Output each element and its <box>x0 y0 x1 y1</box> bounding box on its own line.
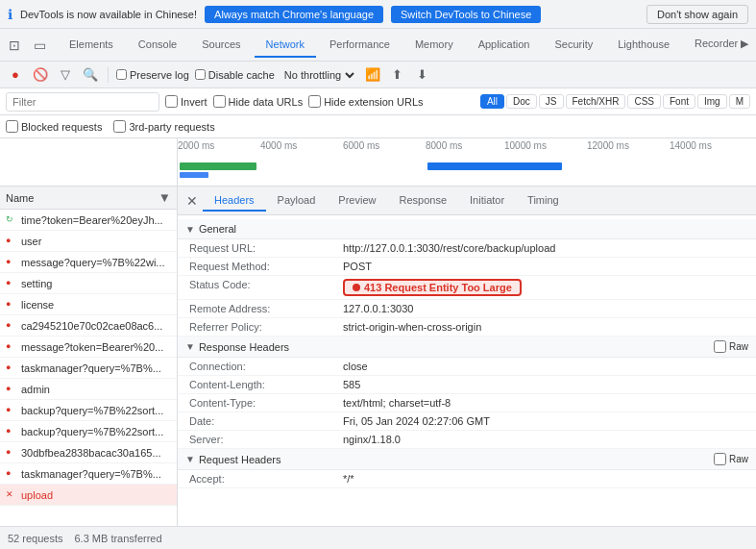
list-item[interactable]: ● user <box>0 231 177 252</box>
tab-sources[interactable]: Sources <box>190 33 252 58</box>
request-headers-title: Request Headers <box>199 454 281 465</box>
dont-show-again-button[interactable]: Don't show again <box>646 5 748 24</box>
tab-security[interactable]: Security <box>543 33 604 58</box>
list-item[interactable]: ● admin <box>0 379 177 400</box>
general-section-header[interactable]: ▼ General <box>178 219 756 239</box>
type-filter-buttons: All Doc JS Fetch/XHR CSS Font Img M <box>480 94 750 109</box>
invert-checkbox[interactable] <box>165 95 178 108</box>
type-more-button[interactable]: M <box>729 94 750 109</box>
list-item[interactable]: ● 30dbfbea2838bacac30a165... <box>0 442 177 463</box>
detail-panel: ✕ Headers Payload Preview Response Initi… <box>178 187 756 526</box>
raw-label-response[interactable]: Raw <box>714 340 748 353</box>
timeline-label-1: 2000 ms <box>178 140 214 151</box>
throttle-select[interactable]: No throttling <box>280 68 357 82</box>
content-type-row: Content-Type: text/html; charset=utf-8 <box>178 394 756 412</box>
invert-label[interactable]: Invert <box>165 95 207 108</box>
preserve-log-label[interactable]: Preserve log <box>116 69 189 81</box>
list-item[interactable]: ● backup?query=%7B%22sort... <box>0 421 177 442</box>
list-item[interactable]: ● license <box>0 294 177 315</box>
type-doc-button[interactable]: Doc <box>506 94 537 109</box>
status-error-badge: 413 Request Entity Too Large <box>343 279 522 296</box>
type-all-button[interactable]: All <box>480 94 504 109</box>
blocked-requests-checkbox[interactable] <box>6 120 18 133</box>
referrer-policy-key: Referrer Policy: <box>189 321 343 333</box>
server-val: nginx/1.18.0 <box>343 434 401 445</box>
search-icon[interactable]: 🔍 <box>81 65 100 85</box>
download-icon[interactable]: ⬇ <box>413 65 432 85</box>
detail-tab-payload[interactable]: Payload <box>266 190 328 212</box>
raw-label-request[interactable]: Raw <box>714 453 748 465</box>
timeline-left <box>0 138 178 186</box>
filter-input[interactable] <box>6 92 159 112</box>
type-css-button[interactable]: CSS <box>627 94 661 109</box>
list-item[interactable]: ● ca2945210e70c02cae08ac6... <box>0 315 177 337</box>
third-party-checkbox[interactable] <box>113 120 126 133</box>
tab-lighthouse[interactable]: Lighthouse <box>606 33 681 58</box>
type-font-button[interactable]: Font <box>663 94 695 109</box>
svg-rect-0 <box>180 162 256 170</box>
inspect-icon[interactable]: ⊡ <box>4 35 25 56</box>
clear-button[interactable]: 🚫 <box>31 65 50 85</box>
response-headers-title: Response Headers <box>199 341 289 353</box>
timeline-label-6: 12000 ms <box>587 140 629 151</box>
blocked-requests-label[interactable]: Blocked requests <box>6 120 102 133</box>
list-item[interactable]: ● setting <box>0 273 177 294</box>
list-item[interactable]: ● message?token=Bearer%20... <box>0 337 177 358</box>
list-item[interactable]: ● backup?query=%7B%22sort... <box>0 400 177 421</box>
request-method-key: Request Method: <box>189 261 343 272</box>
upload-list-item[interactable]: ✕ upload <box>0 485 177 506</box>
raw-checkbox-request[interactable] <box>714 453 726 465</box>
req-icon: ● <box>6 405 17 416</box>
detail-tab-timing[interactable]: Timing <box>516 190 571 212</box>
item-name: license <box>21 299 54 311</box>
tab-application[interactable]: Application <box>467 33 542 58</box>
item-name: 30dbfbea2838bacac30a165... <box>21 447 161 459</box>
upload-icon[interactable]: ⬆ <box>388 65 407 85</box>
tab-recorder[interactable]: Recorder ▶ <box>683 32 756 58</box>
filter-icon[interactable]: ▽ <box>56 65 75 85</box>
request-headers-section-header[interactable]: ▼ Request Headers Raw <box>178 449 756 470</box>
req-icon: ● <box>6 278 17 289</box>
tab-memory[interactable]: Memory <box>403 33 465 58</box>
req-icon: ● <box>6 257 17 268</box>
wifi-icon[interactable]: 📶 <box>363 65 382 85</box>
type-js-button[interactable]: JS <box>539 94 564 109</box>
detail-tab-headers[interactable]: Headers <box>203 190 266 212</box>
item-name: user <box>21 236 41 247</box>
referrer-policy-val: strict-origin-when-cross-origin <box>343 321 481 333</box>
list-item[interactable]: ● taskmanager?query=%7B%... <box>0 358 177 379</box>
match-language-button[interactable]: Always match Chrome's language <box>205 6 383 23</box>
type-img-button[interactable]: Img <box>697 94 727 109</box>
raw-checkbox-response[interactable] <box>714 340 726 353</box>
detail-tab-response[interactable]: Response <box>387 190 458 212</box>
list-item[interactable]: ● taskmanager?query=%7B%... <box>0 463 177 485</box>
hide-ext-checkbox[interactable] <box>308 95 321 108</box>
tab-network[interactable]: Network <box>255 33 316 58</box>
device-icon[interactable]: ▭ <box>29 35 50 56</box>
list-item[interactable]: ↻ time?token=Bearer%20eyJh... <box>0 210 177 231</box>
tab-console[interactable]: Console <box>127 33 188 58</box>
tab-performance[interactable]: Performance <box>318 33 402 58</box>
list-item[interactable]: ● message?query=%7B%22wi... <box>0 252 177 273</box>
type-fetchxhr-button[interactable]: Fetch/XHR <box>566 94 626 109</box>
disable-cache-label[interactable]: Disable cache <box>195 69 275 81</box>
disable-cache-checkbox[interactable] <box>195 69 206 80</box>
request-url-val: http://127.0.0.1:3030/rest/core/backup/u… <box>343 242 555 254</box>
third-party-label[interactable]: 3rd-party requests <box>113 120 214 133</box>
hide-data-label[interactable]: Hide data URLs <box>213 95 304 108</box>
hide-ext-label[interactable]: Hide extension URLs <box>308 95 423 108</box>
detail-tab-initiator[interactable]: Initiator <box>458 190 516 212</box>
record-button[interactable]: ● <box>6 65 25 85</box>
detail-tab-preview[interactable]: Preview <box>327 190 387 212</box>
req-icon: ● <box>6 341 17 353</box>
referrer-policy-row: Referrer Policy: strict-origin-when-cros… <box>178 318 756 337</box>
tab-elements[interactable]: Elements <box>58 33 125 58</box>
close-detail-button[interactable]: ✕ <box>182 190 203 212</box>
response-headers-section-header[interactable]: ▼ Response Headers Raw <box>178 337 756 358</box>
list-scroll-button[interactable]: ▼ <box>159 190 171 205</box>
remote-addr-key: Remote Address: <box>189 303 343 314</box>
switch-language-button[interactable]: Switch DevTools to Chinese <box>391 6 541 23</box>
preserve-log-checkbox[interactable] <box>116 69 127 80</box>
timeline-right: 2000 ms 4000 ms 6000 ms 8000 ms 10000 ms… <box>178 138 756 186</box>
hide-data-checkbox[interactable] <box>213 95 226 108</box>
